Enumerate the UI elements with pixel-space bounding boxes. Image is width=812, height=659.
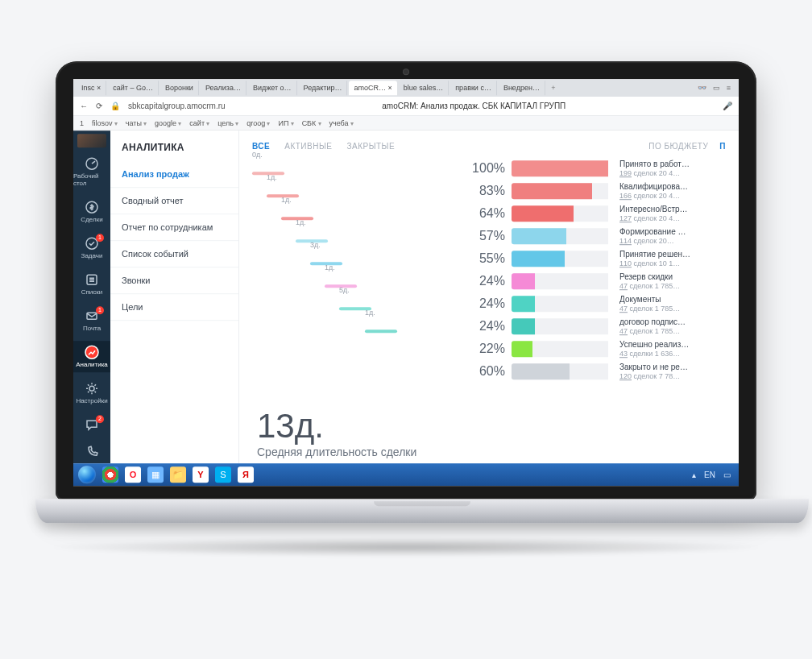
nav-settings[interactable]: Настройки	[73, 377, 110, 408]
nav-extra-1[interactable]: 2	[73, 413, 110, 436]
stage-bar	[512, 183, 608, 199]
days-label: 1д.	[325, 263, 335, 271]
bookmark-item[interactable]: google	[155, 119, 181, 127]
filter-by-budget[interactable]: ПО БЮДЖЕТУ	[648, 142, 708, 151]
funnel-row: 5д.24%Документы47 сделок 1 785…	[252, 292, 726, 315]
filter-closed[interactable]: ЗАКРЫТЫЕ	[346, 142, 395, 151]
taskbar-opera-icon[interactable]: O	[125, 466, 141, 483]
stair-step: 5д.	[252, 292, 454, 315]
start-button[interactable]	[78, 466, 96, 483]
tray-up-icon[interactable]: ▴	[692, 470, 696, 479]
funnel-row: 1д.57%Формирование …114 сделок 20…	[252, 225, 726, 247]
bookmarks-bar: 1 filosov чаты google сайт цель qroog ИП…	[73, 116, 739, 131]
nav-lists[interactable]: Списки	[73, 268, 110, 300]
nav-deals[interactable]: Сделки	[73, 196, 110, 227]
taskbar-yandex-icon[interactable]: Y	[193, 466, 209, 483]
nav-tasks[interactable]: 1 Задачи	[73, 232, 110, 263]
laptop-frame: Insc × сайт – Go… Воронки Реализа… Видже…	[35, 61, 777, 577]
funnel-row: 1д.83%Квалифицирова…166 сделок 20 4…	[252, 180, 726, 202]
laptop-shadow	[44, 537, 768, 557]
nav-extra-2[interactable]	[73, 441, 110, 463]
stage-label: Документы47 сделок 1 785…	[615, 295, 726, 313]
days-label: 3д.	[310, 241, 321, 249]
panel-link-goals[interactable]: Цели	[110, 294, 238, 321]
percent-value: 57%	[460, 229, 505, 243]
browser-tab[interactable]: Внедрен…	[499, 81, 545, 95]
summary-value: 13д.	[257, 407, 416, 446]
bookmark-item[interactable]: qroog	[246, 119, 270, 127]
panel-link-events[interactable]: Список событий	[110, 241, 238, 267]
stage-bar	[512, 251, 608, 267]
taskbar-chrome-icon[interactable]	[102, 466, 118, 483]
minimize-icon[interactable]: ▭	[713, 84, 720, 92]
svg-point-6	[89, 386, 94, 391]
stair-step: 0д.	[252, 157, 454, 180]
tray-flag-icon[interactable]: ▭	[723, 470, 731, 479]
voice-icon[interactable]: 🎤	[723, 102, 732, 110]
percent-value: 22%	[460, 342, 505, 356]
browser-tab[interactable]: сайт – Go…	[108, 81, 159, 95]
browser-tab[interactable]: blue sales…	[399, 81, 450, 95]
stage-bar	[512, 318, 608, 334]
bookmark-item[interactable]: СБК	[302, 119, 321, 127]
stage-bar	[512, 205, 608, 222]
address-bar: ← ⟳ 🔒 sbkcapitalgroup.amocrm.ru amoCRM: …	[73, 97, 739, 116]
bookmark-item[interactable]: filosov	[92, 119, 118, 127]
reader-icon[interactable]: 👓	[698, 84, 706, 92]
bookmark-item[interactable]: чаты	[126, 119, 147, 127]
url-text[interactable]: sbkcapitalgroup.amocrm.ru	[128, 102, 226, 110]
list-icon	[85, 272, 99, 287]
nav-mail[interactable]: 1 Почта	[73, 305, 110, 336]
taskbar-explorer-icon[interactable]: 📁	[170, 466, 186, 483]
taskbar-calc-icon[interactable]: ▦	[147, 466, 164, 483]
reload-button[interactable]: ⟳	[96, 102, 102, 110]
funnel-row: 0д.100%Принято в работ…199 сделок 20 4…	[252, 157, 726, 180]
filter-active[interactable]: АКТИВНЫЕ	[284, 142, 332, 151]
percent-value: 60%	[460, 364, 505, 379]
stair-step: 1д.	[252, 270, 454, 292]
menu-icon[interactable]: ≡	[727, 84, 731, 92]
browser-tab[interactable]: Insc ×	[77, 81, 106, 95]
funnel-row: 3д.55%Принятие решен…110 сделок 10 1…	[252, 247, 726, 270]
system-tray[interactable]: ▴ EN ▭	[692, 470, 734, 479]
stage-label: Квалифицирова…166 сделок 20 4…	[615, 182, 726, 200]
bookmark-item[interactable]: цель	[218, 119, 238, 127]
browser-tab[interactable]: Виджет о…	[248, 81, 297, 95]
percent-value: 100%	[460, 161, 505, 176]
bookmark-item[interactable]: учеба	[329, 119, 354, 127]
panel-link-summary[interactable]: Сводный отчет	[110, 188, 238, 214]
panel-link-sales[interactable]: Анализ продаж	[110, 161, 238, 188]
summary-block: 13д. Средняя длительность сделки	[257, 407, 416, 458]
panel-link-calls[interactable]: Звонки	[110, 267, 238, 294]
stair-step: 1д.	[252, 202, 454, 225]
days-label: 0д.	[252, 151, 263, 159]
days-label: 1д.	[281, 196, 292, 204]
percent-value: 24%	[460, 319, 505, 334]
taskbar-ya-icon[interactable]: Я	[238, 466, 254, 483]
lock-icon: 🔒	[110, 102, 120, 110]
bookmark-item[interactable]: ИП	[278, 119, 293, 127]
browser-tab-active[interactable]: amoCR… ×	[349, 81, 396, 95]
phone-icon	[85, 445, 99, 459]
browser-tab[interactable]: правки с…	[450, 81, 497, 95]
avatar[interactable]	[77, 134, 106, 147]
back-button[interactable]: ←	[80, 102, 88, 110]
analytics-icon	[85, 345, 99, 359]
nav-desktop[interactable]: Рабочий стол	[73, 152, 110, 191]
filter-other[interactable]: П	[719, 142, 726, 151]
tray-lang[interactable]: EN	[704, 470, 715, 479]
bookmark-item[interactable]: сайт	[189, 119, 209, 127]
taskbar-skype-icon[interactable]: S	[215, 466, 231, 483]
panel-link-staff[interactable]: Отчет по сотрудникам	[110, 214, 238, 241]
nav-analytics[interactable]: Аналитика	[73, 341, 110, 372]
filter-all[interactable]: ВСЕ	[252, 142, 270, 151]
browser-tab[interactable]: Редактир…	[299, 81, 348, 95]
stair-step: 3д.	[252, 247, 454, 270]
browser-tab[interactable]: Реализа…	[201, 81, 246, 95]
laptop-lid: Insc × сайт – Go… Воронки Реализа… Видже…	[56, 61, 756, 500]
days-label: 1д.	[365, 309, 375, 317]
new-tab-button[interactable]: +	[547, 84, 560, 92]
browser-tab[interactable]: Воронки	[160, 81, 199, 95]
percent-value: 24%	[460, 296, 505, 311]
page-title: amoCRM: Анализ продаж. СБК КАПИТАЛ ГРУПП	[234, 102, 715, 110]
